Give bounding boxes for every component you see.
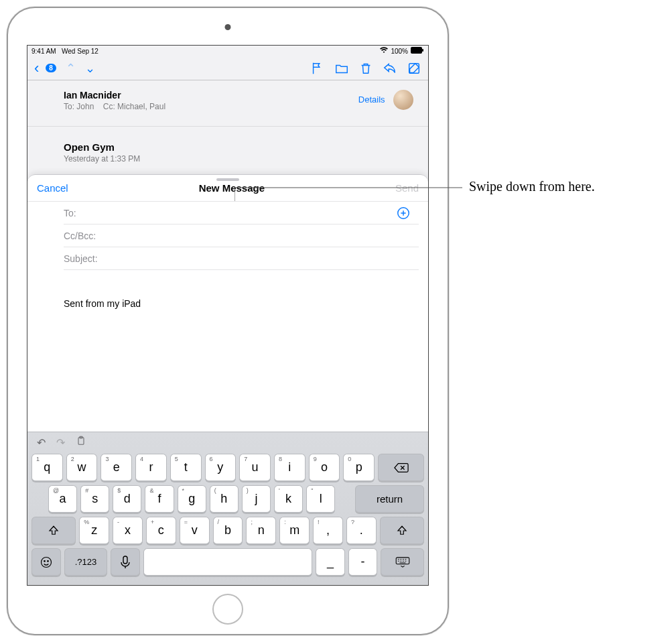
- svg-rect-0: [411, 47, 422, 54]
- key-a[interactable]: @a: [48, 485, 77, 513]
- wifi-icon: [380, 47, 388, 55]
- key-z[interactable]: %z: [79, 517, 109, 545]
- spacebar-key[interactable]: [143, 548, 312, 576]
- signature-text: Sent from my iPad: [64, 298, 419, 309]
- cc-value: Michael, Paul: [117, 102, 165, 111]
- avatar[interactable]: [393, 90, 413, 110]
- key-p[interactable]: 0p: [343, 454, 375, 482]
- next-message-icon[interactable]: ⌄: [85, 61, 95, 76]
- key-x[interactable]: -x: [113, 517, 143, 545]
- ccbcc-field-input[interactable]: [104, 231, 419, 241]
- ipad-frame: 9:41 AM Wed Sep 12 100% ‹: [7, 7, 449, 635]
- key-g[interactable]: *g: [178, 485, 206, 513]
- sheet-grabber[interactable]: [216, 178, 239, 181]
- key--[interactable]: -: [348, 548, 378, 576]
- flag-icon[interactable]: [310, 61, 325, 76]
- home-button[interactable]: [212, 594, 243, 625]
- folder-icon[interactable]: [334, 61, 349, 76]
- key-.[interactable]: ?.: [346, 517, 377, 545]
- key-w[interactable]: 2w: [66, 454, 98, 482]
- numbers-key[interactable]: .?123: [64, 548, 108, 576]
- key-u[interactable]: 7u: [239, 454, 271, 482]
- cancel-button[interactable]: Cancel: [37, 182, 68, 194]
- keyboard: ↶ ↷ 1q2w3e4r5t6y7u8i9o0p @a#s$d&f*g(h)j'…: [27, 432, 428, 585]
- key-t[interactable]: 5t: [170, 454, 202, 482]
- backspace-key[interactable]: [378, 454, 424, 482]
- message-subject-block: Open Gym Yesterday at 1:33 PM: [27, 126, 428, 168]
- key-h[interactable]: (h: [210, 485, 239, 513]
- message-timestamp: Yesterday at 1:33 PM: [64, 154, 413, 164]
- ccbcc-field-row[interactable]: Cc/Bcc:: [64, 224, 419, 247]
- subject-field-input[interactable]: [104, 253, 419, 264]
- hide-keyboard-key[interactable]: [381, 548, 424, 576]
- battery-icon: [411, 47, 424, 55]
- sender-name[interactable]: Ian Macnider: [64, 90, 165, 101]
- key-,[interactable]: !,: [313, 517, 343, 545]
- svg-point-6: [41, 557, 51, 567]
- key-i[interactable]: 8i: [274, 454, 306, 482]
- ccbcc-field-label: Cc/Bcc:: [64, 231, 104, 241]
- key-c[interactable]: +c: [146, 517, 176, 545]
- dictation-key[interactable]: [111, 548, 140, 576]
- return-key[interactable]: return: [355, 485, 424, 513]
- key-_[interactable]: _: [316, 548, 345, 576]
- key-b[interactable]: /b: [213, 517, 243, 545]
- subject-field-label: Subject:: [64, 253, 104, 264]
- to-field-label: To:: [64, 208, 104, 218]
- compose-icon[interactable]: [407, 61, 421, 76]
- key-j[interactable]: )j: [242, 485, 271, 513]
- status-date: Wed Sep 12: [62, 48, 98, 55]
- clipboard-icon[interactable]: [76, 436, 86, 449]
- prev-message-icon: ⌃: [66, 61, 76, 76]
- key-s[interactable]: #s: [80, 485, 109, 513]
- compose-title: New Message: [199, 182, 265, 194]
- compose-sheet: Cancel New Message Send To: Cc/Bcc:: [27, 174, 428, 585]
- status-bar: 9:41 AM Wed Sep 12 100%: [27, 46, 428, 56]
- status-time: 9:41 AM: [31, 48, 56, 55]
- to-label: To:: [64, 102, 74, 111]
- svg-rect-1: [422, 49, 423, 52]
- svg-point-7: [44, 560, 46, 562]
- key-d[interactable]: $d: [113, 485, 141, 513]
- cc-label: Cc:: [103, 102, 115, 111]
- screen: 9:41 AM Wed Sep 12 100% ‹: [27, 45, 429, 586]
- trash-icon[interactable]: [358, 61, 373, 76]
- subject-field-row[interactable]: Subject:: [64, 247, 419, 270]
- key-q[interactable]: 1q: [31, 454, 63, 482]
- key-f[interactable]: &f: [145, 485, 174, 513]
- camera-dot: [225, 24, 231, 30]
- svg-rect-9: [123, 556, 127, 564]
- battery-pct: 100%: [391, 48, 408, 55]
- key-y[interactable]: 6y: [205, 454, 237, 482]
- compose-body[interactable]: Sent from my iPad: [27, 270, 428, 309]
- key-k[interactable]: 'k: [274, 485, 303, 513]
- send-button: Send: [395, 182, 419, 194]
- key-o[interactable]: 9o: [309, 454, 340, 482]
- redo-icon: ↷: [56, 436, 65, 449]
- message-header: Ian Macnider To: John Cc: Michael, Paul …: [27, 80, 428, 115]
- add-contact-icon[interactable]: [396, 206, 411, 220]
- keyboard-toolbar: ↶ ↷: [27, 432, 428, 452]
- to-field-row[interactable]: To:: [64, 202, 419, 224]
- unread-badge[interactable]: 8: [46, 64, 56, 72]
- key-l[interactable]: "l: [306, 485, 335, 513]
- recipient-line: To: John Cc: Michael, Paul: [64, 102, 165, 111]
- key-e[interactable]: 3e: [100, 454, 132, 482]
- key-r[interactable]: 4r: [135, 454, 167, 482]
- reply-icon[interactable]: [383, 61, 397, 76]
- message-subject: Open Gym: [64, 141, 413, 153]
- to-field-input[interactable]: [104, 208, 396, 218]
- emoji-key[interactable]: [31, 548, 61, 576]
- key-v[interactable]: =v: [180, 517, 210, 545]
- key-m[interactable]: :m: [279, 517, 310, 545]
- details-link[interactable]: Details: [358, 94, 385, 105]
- back-chevron-icon[interactable]: ‹: [34, 60, 39, 77]
- svg-point-8: [48, 560, 49, 562]
- shift-key-right[interactable]: [380, 517, 424, 545]
- mail-navbar: ‹ 8 ⌃ ⌄: [27, 56, 428, 80]
- to-value: John: [76, 102, 94, 111]
- undo-icon[interactable]: ↶: [37, 436, 46, 449]
- callout-text: Swipe down from here.: [469, 179, 595, 194]
- key-n[interactable]: ;n: [246, 517, 276, 545]
- shift-key-left[interactable]: [31, 517, 76, 545]
